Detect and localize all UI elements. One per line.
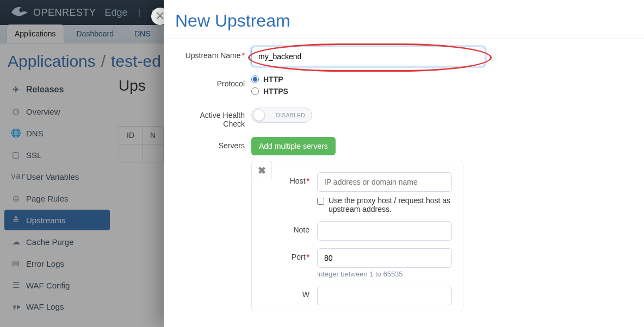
radio-label: HTTPS (263, 87, 288, 96)
port-label: Port* (257, 248, 317, 261)
protocol-label: Protocol (175, 75, 251, 99)
radio-label: HTTP (263, 75, 283, 84)
port-hint: integer between 1 to 65535 (317, 270, 452, 278)
checkbox-label: Use the proxy host / request host as ups… (329, 196, 452, 213)
protocol-http-radio[interactable]: HTTP (251, 75, 485, 84)
toggle-knob (253, 109, 265, 121)
protocol-https-radio[interactable]: HTTPS (251, 87, 485, 96)
upstream-name-label: Upstream Name* (175, 47, 251, 66)
note-label: Note (257, 221, 317, 234)
upstream-name-input[interactable] (251, 47, 485, 66)
upstream-name-highlight (251, 47, 485, 66)
toggle-state: DISABLED (276, 112, 305, 118)
modal-title: New Upstream (164, 0, 644, 39)
new-upstream-modal: New Upstream Upstream Name* Protocol HTT… (164, 0, 644, 327)
weight-input[interactable] (317, 286, 452, 305)
note-input[interactable] (317, 221, 452, 241)
proxy-host-checkbox[interactable] (317, 198, 324, 205)
weight-label: W (257, 286, 317, 299)
radio-http[interactable] (251, 76, 259, 83)
host-input[interactable] (317, 172, 452, 192)
health-check-label: Active HealthCheck (175, 108, 251, 128)
port-input[interactable] (317, 248, 452, 268)
server-card: ✖ Host* Use the proxy host / request hos… (251, 161, 463, 311)
add-multiple-servers-button[interactable]: Add multiple servers (251, 137, 336, 155)
close-icon: ✖ (258, 165, 266, 177)
use-proxy-host-checkbox[interactable]: Use the proxy host / request host as ups… (317, 196, 452, 213)
radio-https[interactable] (251, 87, 259, 95)
servers-label: Servers (175, 137, 251, 150)
remove-server-button[interactable]: ✖ (251, 161, 272, 180)
health-check-toggle[interactable]: DISABLED (251, 108, 312, 123)
